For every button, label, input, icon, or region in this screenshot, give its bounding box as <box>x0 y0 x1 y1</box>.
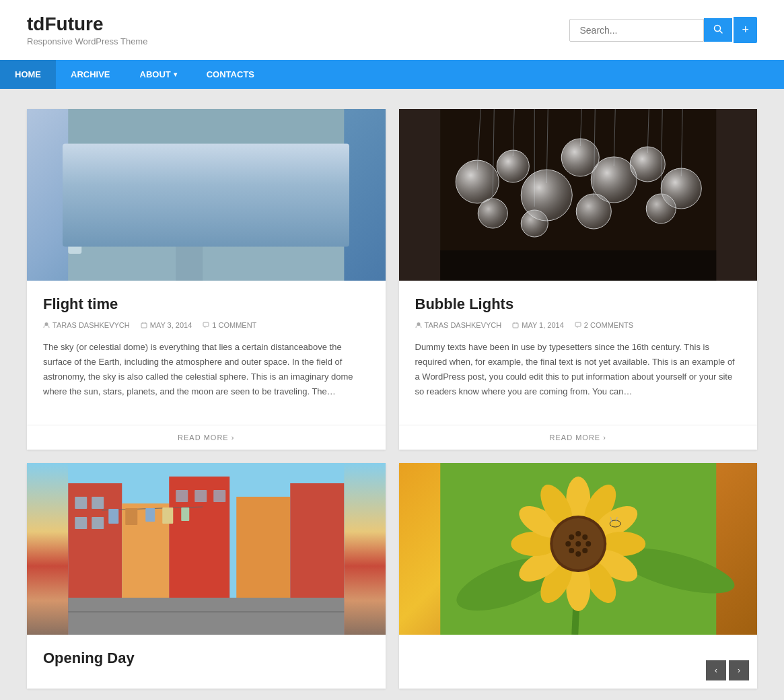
airplane-svg <box>27 109 386 281</box>
svg-rect-69 <box>125 508 137 525</box>
post-image-2 <box>399 109 758 281</box>
post-title-1: Flight time <box>43 295 369 313</box>
search-button[interactable] <box>704 18 732 42</box>
svg-rect-73 <box>75 497 87 509</box>
svg-line-1 <box>720 31 723 34</box>
svg-point-107 <box>575 541 581 547</box>
post-comments-2: 2 COMMENTS <box>575 321 633 329</box>
post-image-3 <box>27 463 386 635</box>
pagination: ‹ › <box>706 660 749 680</box>
main-navigation: HOME ARCHIVE ABOUT ▾ CONTACTS <box>0 60 784 89</box>
svg-rect-80 <box>68 611 344 612</box>
post-card-1: Flight time TARAS DASHKEVYCH MAY 3, 2014… <box>27 109 386 450</box>
svg-rect-15 <box>141 323 147 328</box>
svg-rect-5 <box>135 183 172 237</box>
post-card-4: ‹ › <box>399 463 758 689</box>
bubbles-svg <box>399 109 758 281</box>
arrow-icon-2: › <box>603 433 606 442</box>
svg-point-50 <box>576 194 611 229</box>
svg-rect-58 <box>575 322 581 326</box>
calendar-icon-2 <box>512 322 519 328</box>
search-icon <box>713 24 723 34</box>
post-author-1: TARAS DASHKEVYCH <box>43 321 130 329</box>
svg-rect-6 <box>203 183 240 237</box>
svg-point-101 <box>585 541 591 547</box>
calendar-icon <box>141 322 147 328</box>
svg-rect-77 <box>176 490 188 502</box>
post-card-3: Opening Day <box>27 463 386 689</box>
svg-rect-76 <box>92 517 104 529</box>
svg-rect-4 <box>88 183 125 237</box>
read-more-2[interactable]: READ MORE › <box>415 433 742 442</box>
search-input[interactable] <box>569 19 704 42</box>
svg-rect-74 <box>92 497 104 509</box>
header: tdFuture Responsive WordPress Theme + <box>0 0 784 60</box>
svg-point-102 <box>582 548 587 553</box>
sunflower-svg <box>399 463 758 635</box>
svg-point-105 <box>565 541 571 547</box>
post-title-2: Bubble Lights <box>415 295 742 313</box>
nav-item-contacts[interactable]: CONTACTS <box>192 60 269 89</box>
svg-rect-79 <box>213 490 225 502</box>
post-footer-1[interactable]: READ MORE › <box>27 425 386 450</box>
svg-rect-78 <box>194 490 207 502</box>
nav-item-home[interactable]: HOME <box>0 60 56 89</box>
posts-grid: Flight time TARAS DASHKEVYCH MAY 3, 2014… <box>27 109 757 689</box>
svg-point-48 <box>521 210 548 237</box>
post-date-2: MAY 1, 2014 <box>512 321 564 329</box>
svg-rect-3 <box>68 163 344 281</box>
post-meta-2: TARAS DASHKEVYCH MAY 1, 2014 2 COMMENTS <box>415 321 742 329</box>
nav-item-about[interactable]: ABOUT ▾ <box>125 60 192 89</box>
comment-icon <box>203 322 209 328</box>
post-card-2: Bubble Lights TARAS DASHKEVYCH MAY 1, 20… <box>399 109 758 450</box>
svg-rect-71 <box>162 508 173 524</box>
svg-rect-68 <box>108 509 118 524</box>
svg-point-34 <box>497 150 529 182</box>
svg-rect-8 <box>297 183 334 237</box>
read-more-1[interactable]: READ MORE › <box>43 433 369 442</box>
svg-rect-18 <box>203 322 209 326</box>
plus-button[interactable]: + <box>734 17 757 43</box>
post-body-3: Opening Day <box>27 635 386 689</box>
svg-rect-55 <box>513 323 518 328</box>
logo: tdFuture Responsive WordPress Theme <box>27 13 147 46</box>
svg-point-32 <box>456 160 499 203</box>
post-footer-2[interactable]: READ MORE › <box>399 425 758 450</box>
svg-point-103 <box>575 551 581 557</box>
post-body-1: Flight time TARAS DASHKEVYCH MAY 3, 2014… <box>27 281 386 425</box>
svg-rect-12 <box>68 190 81 217</box>
svg-point-104 <box>569 548 574 553</box>
chevron-down-icon: ▾ <box>174 71 177 78</box>
post-comments-1: 1 COMMENT <box>203 321 256 329</box>
post-body-4 <box>399 635 758 689</box>
svg-rect-70 <box>145 508 155 522</box>
svg-rect-11 <box>176 176 203 281</box>
nav-about-label: ABOUT <box>140 69 171 79</box>
prev-page-button[interactable]: ‹ <box>706 660 726 680</box>
svg-point-42 <box>630 147 665 182</box>
comment-icon-2 <box>575 322 581 328</box>
svg-rect-72 <box>181 508 189 521</box>
street-svg <box>27 463 386 635</box>
post-meta-1: TARAS DASHKEVYCH MAY 3, 2014 1 COMMENT <box>43 321 369 329</box>
nav-item-archive[interactable]: ARCHIVE <box>56 60 125 89</box>
post-image-4 <box>399 463 758 635</box>
svg-point-9 <box>245 154 275 192</box>
svg-rect-7 <box>250 183 287 237</box>
svg-point-106 <box>569 534 574 540</box>
main-content: Flight time TARAS DASHKEVYCH MAY 3, 2014… <box>0 89 784 700</box>
svg-point-100 <box>582 534 587 540</box>
next-page-button[interactable]: › <box>729 660 749 680</box>
post-image-1 <box>27 109 386 281</box>
post-body-2: Bubble Lights TARAS DASHKEVYCH MAY 1, 20… <box>399 281 758 425</box>
svg-point-99 <box>575 531 581 536</box>
post-excerpt-1: The sky (or celestial dome) is everythin… <box>43 340 369 399</box>
post-excerpt-2: Dummy texts have been in use by typesett… <box>415 340 742 399</box>
author-icon-2 <box>415 322 422 328</box>
svg-point-52 <box>646 194 676 223</box>
svg-rect-66 <box>68 598 344 635</box>
logo-title: tdFuture <box>27 13 147 35</box>
svg-rect-53 <box>440 250 716 281</box>
header-search-area: + <box>569 17 757 43</box>
post-date-1: MAY 3, 2014 <box>141 321 192 329</box>
